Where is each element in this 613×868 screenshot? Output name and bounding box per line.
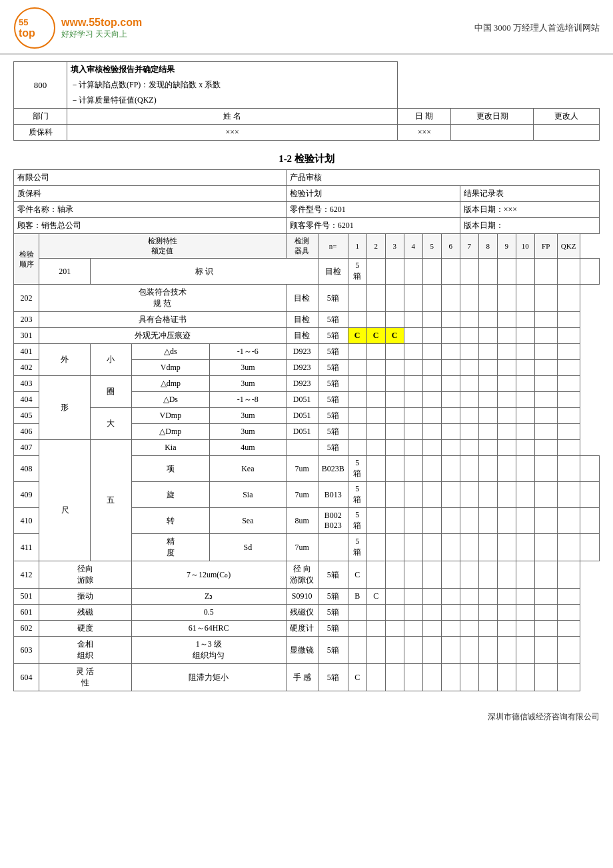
f-item: 项: [131, 456, 209, 482]
spec-407: 4um: [209, 440, 286, 456]
part-name-value: 轴承: [57, 205, 73, 214]
id-501: 501: [14, 589, 39, 605]
row-405: 405 大 VDmp 3um D051 5箱: [14, 408, 600, 424]
n-202: 5箱: [318, 285, 348, 312]
customer-part-no: 顾客零件号：6201: [286, 218, 460, 234]
id-203: 203: [14, 312, 39, 328]
n-604: 5箱: [318, 664, 348, 691]
part-name-row: 零件名称：轴承 零件型号：6201 版本日期：×××: [14, 202, 600, 218]
n-602: 5箱: [318, 621, 348, 637]
page-header: 55 top www.55top.com 好好学习 天天向上 中国 3000 万…: [0, 0, 613, 55]
f-size: 尺: [39, 440, 91, 561]
tool-406: D051: [286, 424, 318, 440]
n-407: 5箱: [318, 440, 348, 456]
col-dept: 部门: [14, 109, 67, 125]
f-DDmp: △Dmp: [131, 424, 209, 440]
id-408: 408: [14, 456, 39, 482]
tool-602: 硬度计: [286, 621, 318, 637]
id-405: 405: [14, 408, 39, 424]
id-401: 401: [14, 344, 39, 360]
tool-404: D051: [286, 392, 318, 408]
row-301: 301 外观无冲压痕迹 目检 5箱 C C C: [14, 328, 600, 344]
id-603: 603: [14, 637, 39, 664]
id-201: 201: [39, 259, 91, 285]
d2-201: [385, 259, 404, 285]
change-date-value: [451, 125, 534, 141]
header-5: 5: [422, 234, 441, 259]
header-9: 9: [497, 234, 516, 259]
tool-407: [286, 440, 318, 456]
tool-411: [318, 534, 348, 561]
header-qkz: QKZ: [557, 234, 580, 259]
tool-203: 目检: [286, 312, 318, 328]
d1-201: [366, 259, 385, 285]
company-name: 有限公司: [14, 170, 287, 186]
header-4: 4: [404, 234, 422, 259]
feature-202: 包装符合技术规 范: [39, 285, 287, 312]
d7-201: [478, 259, 497, 285]
d3-201: [404, 259, 422, 285]
header-3: 3: [385, 234, 404, 259]
svg-text:top: top: [19, 27, 35, 39]
top-line2: －计算质量特征值(QKZ): [67, 93, 398, 109]
table-header-row: 检验顺序 检测特性额定值 检测器具 n= 1 2 3 4 5 6 7 8 9 1…: [14, 234, 600, 259]
id-301: 301: [14, 328, 39, 344]
n-403: 5箱: [318, 376, 348, 392]
f-radial: 径向游隙: [39, 561, 132, 589]
row-501: 501 振动 Z₃ S0910 5箱 B C: [14, 589, 600, 605]
n-412: 5箱: [318, 561, 348, 589]
n-603: 5箱: [318, 637, 348, 664]
id-202: 202: [14, 285, 39, 312]
row-407: 407 尺 五 Kia 4um 5箱: [14, 440, 600, 456]
f-small: 小: [91, 344, 131, 376]
row-604: 604 灵 活性 阻滞力矩小 手 感 5箱 C: [14, 664, 600, 691]
d5-201: [441, 259, 460, 285]
header-feature: 检测特性额定值: [39, 234, 287, 259]
feature-201: 标 识: [91, 259, 318, 285]
f-ddmp: △dmp: [131, 376, 209, 392]
id-411: 411: [14, 534, 39, 561]
n-203: 5箱: [318, 312, 348, 328]
f-large: 大: [91, 408, 131, 440]
top-number: 800: [14, 62, 67, 109]
header-n: n=: [318, 234, 348, 259]
tool-402: D923: [286, 360, 318, 376]
d1-301: C: [348, 328, 366, 344]
footer-company: 深圳市德信诚经济咨询有限公司: [488, 712, 600, 721]
id-409: 409: [14, 482, 39, 508]
tool-403: D923: [286, 376, 318, 392]
n-401: 5箱: [318, 344, 348, 360]
logo-icon: 55 top: [13, 7, 56, 49]
n-201: 5箱: [348, 259, 366, 285]
logo-slogan: 好好学习 天天向上: [61, 29, 142, 40]
changer-value: [534, 125, 600, 141]
f-Kia: Kia: [131, 440, 209, 456]
f-shape: 形: [39, 376, 91, 440]
d1-501: B: [348, 589, 366, 605]
spec-406: 3um: [209, 424, 286, 440]
part-type-cell: 零件型号：6201: [286, 202, 460, 218]
d3-301: C: [385, 328, 404, 344]
n-402: 5箱: [318, 360, 348, 376]
row-602: 602 硬度 61～64HRC 硬度计 5箱: [14, 621, 600, 637]
header-6: 6: [441, 234, 460, 259]
dept-header-row: 部门 姓 名 日 期 更改日期 更改人: [14, 109, 600, 125]
plan-label: 检验计划: [286, 186, 460, 202]
id-410: 410: [14, 508, 39, 534]
header-2: 2: [366, 234, 385, 259]
date-value: ×××: [398, 125, 451, 141]
customer-row: 顾客：销售总公司 顾客零件号：6201 版本日期：: [14, 218, 600, 234]
d9-201: [516, 259, 534, 285]
tool-412: 径 向游隙仪: [286, 561, 318, 589]
d1-412: C: [348, 561, 366, 589]
customer-value: 销售总公司: [41, 221, 81, 230]
d1-604: C: [348, 664, 366, 691]
spec-501: Z₃: [131, 589, 286, 605]
tool-202: 目检: [286, 285, 318, 312]
top-row-3: －计算质量特征值(QKZ): [14, 93, 600, 109]
id-404: 404: [14, 392, 39, 408]
result-label: 结果记录表: [460, 186, 599, 202]
f-outer: 外: [39, 344, 91, 376]
company-row: 有限公司 产品审核: [14, 170, 600, 186]
spec-602: 61～64HRC: [131, 621, 286, 637]
